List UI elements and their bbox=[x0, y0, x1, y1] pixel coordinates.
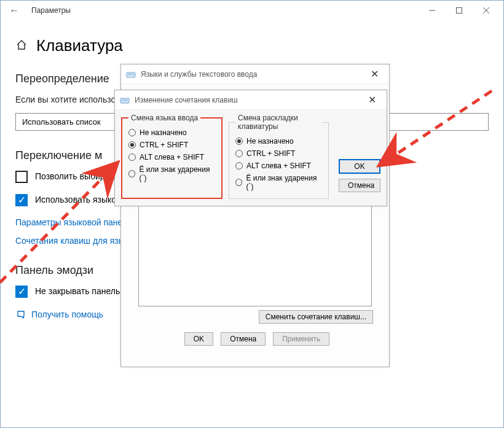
radio-ctrl-shift[interactable]: CTRL + SHIFT bbox=[128, 141, 215, 149]
group-title: Смена языка ввода bbox=[128, 114, 200, 122]
radio-accent[interactable]: Ё или знак ударения (`) bbox=[235, 174, 322, 191]
dialog-titlebar: Изменение сочетания клавиш ✕ bbox=[115, 90, 387, 110]
help-icon bbox=[15, 309, 26, 320]
radio-none[interactable]: Не назначено bbox=[235, 137, 322, 146]
svg-rect-6 bbox=[120, 98, 129, 103]
group-title: Смена раскладки клавиатуры bbox=[235, 114, 322, 131]
dialog-buttons: OK Отмена bbox=[335, 114, 380, 199]
change-hotkey-dialog: Изменение сочетания клавиш ✕ Смена языка… bbox=[114, 90, 387, 206]
dialog-close-button[interactable]: ✕ bbox=[364, 68, 384, 80]
checkbox-icon[interactable] bbox=[15, 194, 28, 206]
maximize-button[interactable] bbox=[446, 2, 473, 19]
titlebar: ← Параметры bbox=[1, 1, 503, 20]
dialog-title: Языки и службы текстового ввода bbox=[141, 70, 257, 79]
dialog-title: Изменение сочетания клавиш bbox=[135, 96, 238, 104]
back-button[interactable]: ← bbox=[7, 5, 22, 16]
radio-none[interactable]: Не назначено bbox=[128, 128, 215, 137]
radio-ctrl-shift[interactable]: CTRL + SHIFT bbox=[235, 149, 322, 158]
help-link-text[interactable]: Получить помощь bbox=[31, 309, 103, 319]
change-hotkey-button[interactable]: Сменить сочетание клавиш... bbox=[259, 310, 373, 324]
radio-alt-shift[interactable]: ALT слева + SHIFT bbox=[235, 161, 322, 170]
apply-button[interactable]: Применить bbox=[273, 332, 329, 346]
svg-rect-4 bbox=[127, 72, 135, 77]
radio-alt-shift[interactable]: ALT слева + SHIFT bbox=[128, 153, 215, 161]
home-icon[interactable] bbox=[15, 39, 28, 53]
keyboard-icon bbox=[120, 95, 130, 105]
group-input-language: Смена языка ввода Не назначено CTRL + SH… bbox=[121, 114, 222, 199]
cancel-button[interactable]: Отмена bbox=[339, 179, 380, 192]
dialog-titlebar: Языки и службы текстового ввода ✕ bbox=[121, 64, 389, 84]
dialog-close-button[interactable]: ✕ bbox=[362, 94, 382, 106]
group-keyboard-layout: Смена раскладки клавиатуры Не назначено … bbox=[229, 114, 329, 199]
checkbox-icon[interactable] bbox=[15, 171, 28, 183]
window-title: Параметры bbox=[31, 6, 71, 15]
dialog-body: Смена языка ввода Не назначено CTRL + SH… bbox=[115, 110, 387, 203]
page-title: Клавиатура bbox=[36, 36, 123, 55]
cancel-button[interactable]: Отмена bbox=[221, 332, 266, 346]
minimize-button[interactable] bbox=[419, 2, 446, 19]
radio-accent[interactable]: Ё или знак ударения (`) bbox=[128, 165, 215, 182]
checkbox-icon[interactable] bbox=[15, 286, 28, 298]
ok-button[interactable]: OK bbox=[184, 332, 213, 346]
keyboard-icon bbox=[126, 69, 136, 79]
svg-rect-1 bbox=[457, 8, 462, 14]
ok-button[interactable]: OK bbox=[339, 159, 380, 174]
close-button[interactable] bbox=[473, 2, 500, 19]
